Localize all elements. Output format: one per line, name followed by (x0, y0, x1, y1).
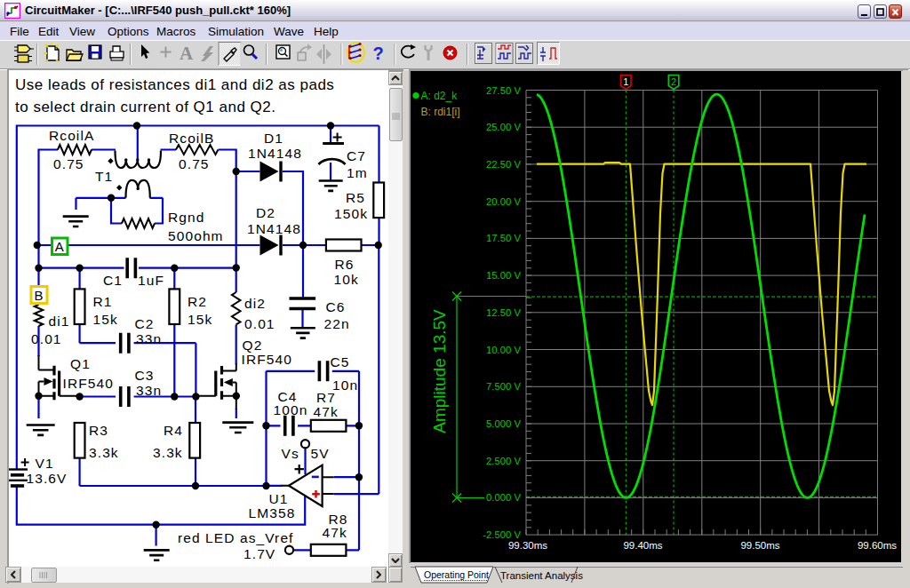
svg-text:C4: C4 (278, 389, 298, 404)
svg-text:12.50 V: 12.50 V (486, 307, 521, 318)
svg-text:99.30ms: 99.30ms (508, 540, 547, 551)
svg-text:A: A (55, 239, 65, 254)
svg-text:-2.500 V: -2.500 V (483, 529, 521, 540)
svg-text:5.000 V: 5.000 V (486, 418, 521, 429)
svg-text:A: A (180, 43, 194, 64)
svg-text:B: rdi1[i]: B: rdi1[i] (421, 106, 460, 118)
svg-text:0.01: 0.01 (244, 316, 275, 331)
svg-text:Use leads of resistances di1 a: Use leads of resistances di1 and di2 as … (15, 76, 334, 93)
svg-text:500ohm: 500ohm (168, 228, 224, 243)
svg-text:C6: C6 (326, 299, 346, 314)
svg-text:1: 1 (623, 76, 628, 87)
svg-text:0.01: 0.01 (31, 331, 62, 346)
svg-text:D2: D2 (256, 205, 275, 220)
svg-text:7.500 V: 7.500 V (486, 381, 521, 392)
svg-text:V1: V1 (36, 456, 54, 471)
svg-text:R6: R6 (335, 257, 355, 272)
svg-text:di1: di1 (49, 314, 70, 329)
svg-text:IRF540: IRF540 (63, 376, 114, 391)
svg-text:10.00 V: 10.00 V (486, 345, 521, 355)
svg-text:R4: R4 (164, 423, 183, 438)
svg-text:1uF: 1uF (138, 273, 164, 288)
svg-text:R7: R7 (316, 390, 336, 405)
svg-text:99.50ms: 99.50ms (740, 540, 779, 551)
svg-text:C3: C3 (135, 368, 155, 383)
svg-text:LM358: LM358 (249, 505, 296, 520)
svg-text:Rgnd: Rgnd (168, 210, 204, 225)
svg-text:R2: R2 (188, 294, 207, 309)
svg-text:0.75: 0.75 (179, 156, 210, 171)
svg-text:33n: 33n (136, 331, 162, 346)
svg-text:10k: 10k (334, 272, 359, 287)
svg-text:1N4148: 1N4148 (247, 221, 301, 236)
svg-text:IRF540: IRF540 (242, 352, 292, 367)
svg-text:RcoilA: RcoilA (49, 128, 94, 143)
svg-text:T1: T1 (95, 169, 113, 184)
svg-text:15.00 V: 15.00 V (486, 270, 521, 281)
svg-text:C2: C2 (135, 316, 155, 331)
svg-text:C7: C7 (347, 148, 366, 163)
svg-text:R5: R5 (346, 190, 365, 205)
svg-text:22n: 22n (324, 316, 350, 331)
svg-text:3.3k: 3.3k (153, 445, 183, 460)
svg-text:1m: 1m (347, 165, 368, 180)
svg-text:R1: R1 (93, 294, 113, 309)
svg-text:U1: U1 (269, 491, 289, 506)
svg-text:0.000 V: 0.000 V (486, 492, 521, 503)
svg-text:22.50 V: 22.50 V (486, 159, 521, 170)
svg-text:10n: 10n (332, 377, 358, 393)
svg-text:2: 2 (671, 76, 676, 87)
svg-text:99.40ms: 99.40ms (623, 540, 662, 551)
svg-text:25.00 V: 25.00 V (486, 122, 521, 132)
svg-text:99.60ms: 99.60ms (858, 540, 897, 551)
svg-text:33n: 33n (136, 383, 162, 398)
svg-text:5V: 5V (311, 446, 330, 461)
svg-text:27.50 V: 27.50 V (486, 85, 521, 96)
svg-text:A: d2_k: A: d2_k (421, 90, 459, 102)
svg-text:1.7V: 1.7V (243, 546, 275, 561)
svg-text:15k: 15k (188, 312, 212, 327)
svg-text:red LED as_Vref: red LED as_Vref (178, 530, 294, 545)
svg-text:13.6V: 13.6V (27, 471, 68, 486)
svg-text:3.3k: 3.3k (89, 445, 119, 460)
svg-text:C1: C1 (103, 273, 123, 288)
svg-text:150k: 150k (334, 206, 368, 221)
svg-text:Vs: Vs (282, 446, 299, 461)
svg-text:Q1: Q1 (70, 356, 91, 371)
svg-text:Operating Point: Operating Point (424, 569, 489, 580)
svg-text:15k: 15k (93, 312, 118, 327)
svg-text:17.50 V: 17.50 V (486, 233, 521, 243)
svg-text:100n: 100n (274, 402, 308, 417)
svg-text:RcoilB: RcoilB (169, 131, 214, 146)
svg-text:B: B (34, 288, 44, 303)
svg-text:D1: D1 (264, 131, 283, 146)
svg-text:?: ? (372, 44, 383, 63)
svg-text:di2: di2 (244, 296, 266, 311)
svg-text:Q2: Q2 (243, 338, 263, 353)
svg-text:1N4148: 1N4148 (248, 146, 302, 161)
svg-text:C5: C5 (331, 354, 350, 369)
svg-text:20.00 V: 20.00 V (486, 196, 521, 207)
svg-text:Amplitude 13.5V: Amplitude 13.5V (430, 309, 449, 433)
svg-text:47k: 47k (323, 525, 347, 540)
svg-text:Transient Analysis: Transient Analysis (500, 570, 583, 581)
svg-text:R3: R3 (89, 423, 108, 438)
svg-text:2.500 V: 2.500 V (486, 456, 521, 466)
svg-text:0.75: 0.75 (53, 156, 84, 171)
svg-text:to select drain current of Q1: to select drain current of Q1 and Q2. (15, 99, 275, 115)
svg-text:47k: 47k (314, 404, 339, 419)
